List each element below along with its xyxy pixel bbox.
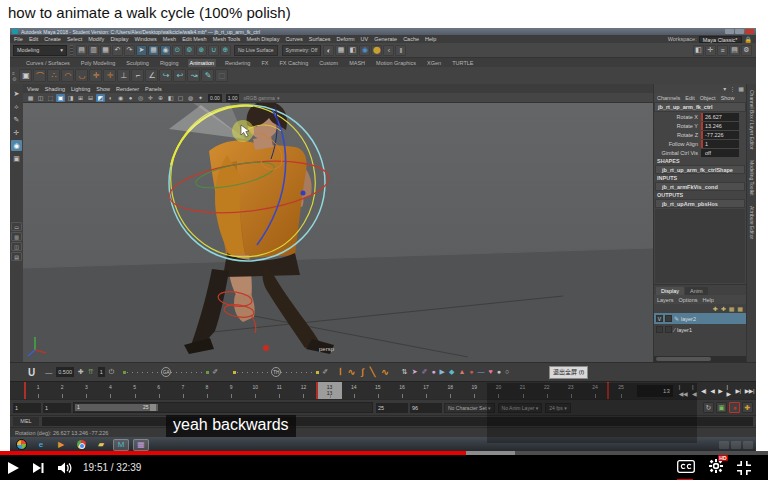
anim-red-icon[interactable]: ● xyxy=(469,368,473,376)
input-node[interactable]: jb_rt_armFkVis_cond xyxy=(655,182,745,191)
select-by-component-icon[interactable]: ◉ xyxy=(160,45,171,56)
channel-value-field[interactable]: 13.246 xyxy=(701,122,739,130)
mel-input[interactable] xyxy=(42,417,753,426)
close-button[interactable] xyxy=(745,29,754,34)
layout-split-icon[interactable]: ◫ xyxy=(11,242,22,251)
timeline-frame[interactable]: 12 xyxy=(291,382,315,399)
layer-editor-menu-item[interactable]: Help xyxy=(702,297,713,303)
snap-grid-icon[interactable]: ⊙ xyxy=(172,45,183,56)
vp-camera-attrs-icon[interactable]: ⬚ xyxy=(46,94,55,102)
timeline-frame[interactable]: 1 xyxy=(24,382,50,399)
menu-item[interactable]: UV xyxy=(361,36,369,42)
fps-dropdown[interactable]: 24 fps ▾ xyxy=(545,403,571,413)
file-open-icon[interactable]: ▥ xyxy=(88,45,99,56)
timeline-frame[interactable]: 18 xyxy=(438,382,462,399)
undo-icon[interactable]: ↶ xyxy=(112,45,123,56)
lock-icon[interactable]: 🔒 xyxy=(745,36,753,43)
view-transform-dropdown[interactable]: sRGB gamma xyxy=(243,95,274,101)
sidebar-vertical-tab[interactable]: Modeling Toolkit xyxy=(749,160,755,196)
anim-search-icon[interactable]: ○ xyxy=(505,368,509,376)
channel-box-menu-item[interactable]: Edit xyxy=(685,95,694,101)
anim-start-field[interactable]: 1 xyxy=(13,403,41,413)
timeline-frame[interactable]: 10 xyxy=(243,382,267,399)
playback-end-field[interactable]: 25 xyxy=(376,403,408,413)
menu-item[interactable]: Surfaces xyxy=(309,36,331,42)
internet-explorer-icon[interactable]: e xyxy=(33,439,49,451)
vp-textured-icon[interactable]: ◉ xyxy=(116,94,125,102)
menu-item[interactable]: Select xyxy=(67,36,82,42)
menu-item[interactable]: Edit xyxy=(29,36,38,42)
shelf-tab[interactable]: Sculpting xyxy=(124,59,151,67)
shelf-tab[interactable]: Motion Graphics xyxy=(374,59,418,67)
shelf-parent-icon[interactable]: ⌐ xyxy=(131,69,144,82)
timeline-frame[interactable]: 24 xyxy=(583,382,607,399)
menu-item[interactable]: Curves xyxy=(285,36,302,42)
select-by-object-icon[interactable]: ▦ xyxy=(148,45,159,56)
pause-icon[interactable]: ‹ xyxy=(383,45,394,56)
layer-editor-tab[interactable]: Display xyxy=(656,287,684,295)
shelf-pencil-icon[interactable]: ✎ xyxy=(201,69,214,82)
render-icon[interactable]: ◐ xyxy=(323,45,334,56)
pencil-icon[interactable]: ✐ xyxy=(212,368,218,376)
timeline-frame[interactable]: 11 xyxy=(267,382,291,399)
shelf-empty-slot[interactable]: ▢ xyxy=(215,69,228,82)
sidebar-toggle-icon[interactable]: ◧ xyxy=(693,45,704,56)
start-button[interactable] xyxy=(13,439,29,451)
layer-visibility-checkbox[interactable] xyxy=(656,326,663,333)
viewport-menu-item[interactable]: Renderer xyxy=(116,86,139,92)
menu-item[interactable]: File xyxy=(14,36,23,42)
create-layer-from-selected-icon[interactable]: ✚ xyxy=(721,305,726,312)
pencil-icon[interactable]: ✐ xyxy=(322,368,328,376)
viewport-menu-item[interactable]: Lighting xyxy=(71,86,90,92)
paint-select-tool-icon[interactable]: ✎ xyxy=(11,114,22,125)
character-set-dropdown[interactable]: No Character Set ▾ xyxy=(444,403,495,413)
file-save-icon[interactable]: ▦ xyxy=(100,45,111,56)
step-forward-frame-button[interactable]: |▶ xyxy=(726,384,731,397)
layout-outliner-icon[interactable]: ▤ xyxy=(11,252,22,261)
shelf-tab[interactable]: FX Caching xyxy=(277,59,310,67)
anim-ghost-icon[interactable]: ● xyxy=(431,368,435,376)
play-forwards-button[interactable]: ▶ xyxy=(718,387,722,394)
timeline-frame[interactable]: 5 xyxy=(123,382,147,399)
menu-item[interactable]: Create xyxy=(44,36,61,42)
sidebar-vertical-tab[interactable]: Attribute Editor xyxy=(749,206,755,239)
time-slider[interactable]: 1 2 3 4 5 6 7 8 9 10 xyxy=(10,381,756,399)
menu-item[interactable]: Help xyxy=(425,36,436,42)
snap-curve-icon[interactable]: ⊚ xyxy=(184,45,195,56)
symmetry-dropdown[interactable]: Symmetry: Off xyxy=(282,45,322,56)
maya-taskbar-icon[interactable]: M xyxy=(113,439,129,451)
cb-hyperbolic-icon[interactable]: ⋮ xyxy=(729,85,735,92)
attribute-editor-toggle-icon[interactable]: ≡ xyxy=(717,45,728,56)
playback-loop-icon[interactable]: ↻ xyxy=(703,402,714,413)
anim-dash-icon[interactable]: — xyxy=(478,368,485,376)
create-empty-layer-icon[interactable]: ✚ xyxy=(713,305,718,312)
scale-tool-icon[interactable]: ▣ xyxy=(11,153,22,164)
shelf-tab[interactable]: Curves / Surfaces xyxy=(24,59,72,67)
timeline-frame[interactable]: 19 xyxy=(462,382,486,399)
output-node[interactable]: jb_rt_upArm_pbsHos xyxy=(655,199,745,208)
folder-icon[interactable]: ▰ xyxy=(93,439,109,451)
anim-spline-tangent-icon[interactable]: ∿ xyxy=(348,367,356,377)
settings-icon[interactable]: ⚙ xyxy=(741,45,752,56)
workspace-value[interactable]: Maya Classic* xyxy=(699,36,742,43)
anim-motion-trail-icon[interactable]: ◆ xyxy=(449,368,454,376)
pole-vector-dot[interactable] xyxy=(301,191,306,196)
menu-item[interactable]: Cache xyxy=(403,36,419,42)
shelf-constraint-icon[interactable]: ⊥ xyxy=(117,69,130,82)
pause-draw-icon[interactable]: ‖ xyxy=(395,45,406,56)
lasso-tool-icon[interactable]: ⟡ xyxy=(11,101,22,112)
channel-value-field[interactable]: off xyxy=(701,149,739,157)
channel-value-field[interactable]: 26.627 xyxy=(701,113,739,121)
ground-control-dot[interactable] xyxy=(263,345,269,351)
move-layer-down-icon[interactable]: ▦ xyxy=(737,305,743,312)
range-slider-fill[interactable]: 1 25 xyxy=(75,404,158,411)
shelf-tab[interactable]: Poly Modeling xyxy=(79,59,118,67)
viewport-menu-item[interactable]: Show xyxy=(96,86,110,92)
slider-track-b[interactable]: TH ✐ xyxy=(232,367,330,377)
viewport-menu-item[interactable]: View xyxy=(27,86,39,92)
shelf-tab[interactable]: FX xyxy=(259,59,270,67)
channel-box-toggle-icon[interactable]: ▤ xyxy=(729,45,740,56)
step-back-frame-button[interactable]: ◀| xyxy=(701,387,706,394)
shelf-curve-icon[interactable]: ◠ xyxy=(61,69,74,82)
timeline-frame[interactable]: 22 xyxy=(535,382,559,399)
